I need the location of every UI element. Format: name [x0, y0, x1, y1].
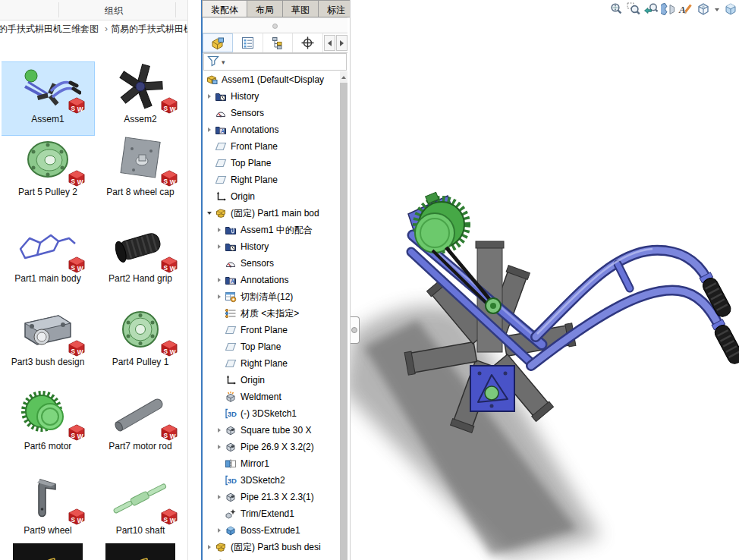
file-item[interactable]: SWAssem1 — [2, 62, 94, 135]
tree-expand-arrow[interactable] — [214, 228, 225, 232]
tree-item[interactable]: 材质 <未指定> — [203, 305, 340, 322]
tree-item[interactable]: Origin — [203, 372, 340, 389]
tree-expand-arrow[interactable] — [204, 212, 215, 215]
file-item[interactable]: SWPart4 Pulley 1 — [94, 305, 187, 389]
graphics-viewport[interactable] — [350, 0, 739, 560]
file-item[interactable]: SWPart1 main body — [2, 222, 94, 305]
tab-assembly[interactable]: 装配体 — [202, 0, 247, 17]
zoom-to-area-icon[interactable] — [626, 2, 641, 17]
section-view-icon[interactable] — [661, 2, 676, 17]
tree-item[interactable]: Origin — [203, 188, 340, 205]
model-motor[interactable] — [415, 192, 467, 253]
file-item[interactable]: SWPart3 bush design — [2, 305, 94, 389]
tree-expand-arrow[interactable] — [214, 495, 225, 499]
filter-funnel-icon[interactable] — [207, 55, 219, 70]
tree-item[interactable]: Front Plane — [203, 138, 340, 155]
tree-item[interactable]: Pipe 21.3 X 2.3(1) — [203, 489, 340, 505]
organize-button[interactable]: 组织 — [105, 5, 123, 17]
breadcrumb-folder-current[interactable]: 简易的手扶式耕田机三 — [111, 24, 188, 34]
tree-expand-arrow[interactable] — [214, 244, 225, 249]
tab-sketch[interactable]: 草图 — [282, 0, 319, 17]
scrollbar-thumb[interactable] — [340, 83, 347, 560]
zoom-to-fit-icon[interactable] — [608, 2, 624, 17]
previous-view-icon[interactable] — [643, 2, 659, 17]
scroll-tabs-right-button[interactable] — [336, 35, 347, 51]
tree-item[interactable]: History — [203, 88, 340, 105]
tree-item[interactable]: (固定) Part3 bush desi — [203, 539, 340, 555]
collapsed-panel-tab[interactable] — [350, 316, 360, 344]
material-icon — [225, 307, 237, 319]
file-item[interactable]: SWPart9 wheel — [2, 473, 94, 540]
tree-item[interactable]: 3D(-) 3DSketch1 — [203, 405, 340, 422]
file-item[interactable]: SWPart 8 wheel cap — [94, 135, 187, 222]
solidworks-badge-icon: SW — [161, 97, 178, 114]
model-hub-plate[interactable] — [470, 366, 514, 411]
tree-item[interactable]: (固定) Part1 main bod — [203, 205, 340, 222]
tree-item[interactable]: History — [203, 238, 340, 255]
file-item[interactable] — [2, 540, 94, 560]
filter-dropdown-caret[interactable]: ▾ — [222, 58, 225, 66]
tree-expand-arrow[interactable] — [204, 127, 215, 132]
structural-member-icon — [225, 441, 237, 453]
assembly-model-3d-view[interactable] — [351, 175, 739, 560]
hide-show-annotations-icon[interactable]: A — [678, 2, 693, 17]
breadcrumb-folder-parent[interactable]: 的手扶式耕田机三维套图 — [0, 24, 99, 34]
model-handle-tubes[interactable] — [531, 249, 719, 366]
tree-scrollbar[interactable] — [340, 71, 347, 560]
configuration-manager-tab[interactable] — [263, 33, 294, 52]
display-style-icon[interactable] — [723, 2, 738, 17]
svg-text:W: W — [77, 106, 83, 113]
tree-expand-arrow[interactable] — [214, 428, 225, 433]
tree-item[interactable]: Pipe 26.9 X 3.2(2) — [203, 439, 340, 455]
tab-markup[interactable]: 标注 — [318, 0, 354, 17]
file-item[interactable]: SWPart 5 Pulley 2 — [2, 135, 94, 222]
tree-filter-bar: ▾ — [203, 53, 347, 71]
tree-item[interactable] — [203, 555, 340, 560]
scrollbar-up-arrow[interactable] — [340, 71, 347, 83]
tree-item-label: Pipe 26.9 X 3.2(2) — [241, 442, 314, 452]
view-orientation-dropdown-icon[interactable] — [713, 2, 721, 17]
tree-item[interactable]: Square tube 30 X — [203, 422, 340, 439]
tree-item[interactable]: Assem1 (Default<Display — [203, 71, 340, 88]
tree-item[interactable]: Weldment — [203, 389, 340, 405]
tree-item[interactable]: 切割清单(12) — [203, 288, 340, 305]
tree-item-label: Sensors — [241, 258, 274, 269]
file-item[interactable]: SWAssem2 — [94, 62, 187, 135]
tree-item[interactable]: Top Plane — [203, 338, 340, 355]
tree-item-label: Square tube 30 X — [241, 425, 311, 436]
tab-layout[interactable]: 布局 — [247, 0, 283, 17]
dimxpert-tab[interactable] — [293, 33, 323, 52]
tree-item[interactable]: 3D3DSketch2 — [203, 472, 340, 489]
tree-expand-arrow[interactable] — [214, 294, 225, 299]
tree-item[interactable]: Right Plane — [203, 171, 340, 188]
file-item[interactable]: SWPart6 motor — [2, 389, 94, 473]
view-orientation-icon[interactable] — [696, 2, 711, 17]
file-item[interactable]: SWPart10 shaft — [94, 473, 187, 540]
handgrip-thumbnail: SW — [97, 223, 184, 270]
tree-item[interactable]: Top Plane — [203, 155, 340, 171]
tree-item[interactable]: AAnnotations — [203, 121, 340, 138]
tree-item[interactable]: Mirror1 — [203, 455, 340, 472]
file-item[interactable]: SWPart7 motor rod — [94, 389, 187, 473]
tree-item[interactable]: Sensors — [203, 255, 340, 272]
tree-item[interactable]: Sensors — [203, 105, 340, 121]
feature-manager-tab[interactable] — [203, 33, 233, 52]
tree-expand-arrow[interactable] — [214, 445, 225, 449]
tree-item[interactable]: Boss-Extrude1 — [203, 522, 340, 539]
model-hand-grip-lower[interactable] — [710, 319, 739, 366]
tree-item[interactable]: Trim/Extend1 — [203, 505, 340, 522]
tree-expand-arrow[interactable] — [204, 545, 215, 549]
property-manager-tab[interactable] — [233, 33, 263, 52]
model-hand-grip-upper[interactable] — [698, 272, 733, 319]
file-item[interactable] — [94, 540, 187, 560]
scroll-tabs-left-button[interactable] — [324, 35, 335, 51]
file-item[interactable]: SWPart2 Hand grip — [94, 222, 187, 305]
tree-item[interactable]: AAnnotations — [203, 272, 340, 288]
tree-item[interactable]: Front Plane — [203, 322, 340, 338]
tree-item[interactable]: Right Plane — [203, 355, 340, 372]
tree-expand-arrow[interactable] — [204, 94, 215, 99]
tree-expand-arrow[interactable] — [214, 528, 225, 533]
panel-pull-handle[interactable] — [272, 24, 278, 29]
tree-expand-arrow[interactable] — [214, 278, 225, 282]
tree-item[interactable]: Assem1 中的配合 — [203, 222, 340, 238]
